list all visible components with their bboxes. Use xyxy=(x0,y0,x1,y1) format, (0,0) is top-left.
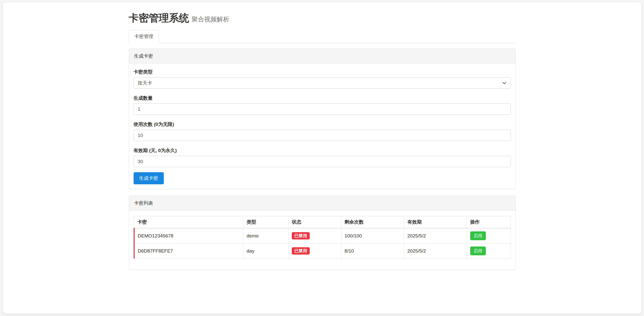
cell-action: 启用 xyxy=(467,228,511,243)
list-panel: 卡密列表 卡密 类型 状态 剩余次数 xyxy=(129,196,516,270)
app-window-card: 卡密管理系统聚合视频解析 卡密管理 生成卡密 卡密类型 按天卡 xyxy=(3,2,642,314)
cell-expiry: 2025/5/2 xyxy=(404,228,467,243)
list-panel-title: 卡密列表 xyxy=(129,196,515,210)
enable-button[interactable]: 启用 xyxy=(470,231,486,240)
generate-panel: 生成卡密 卡密类型 按天卡 xyxy=(129,49,516,189)
cell-action: 启用 xyxy=(467,243,511,259)
header-key: 卡密 xyxy=(134,216,243,228)
field-quantity: 生成数量 xyxy=(134,95,511,115)
header-status: 状态 xyxy=(288,216,341,228)
tab-bar: 卡密管理 xyxy=(129,30,516,43)
enable-button[interactable]: 启用 xyxy=(470,247,486,255)
field-usage-count: 使用次数 (0为无限) xyxy=(134,121,511,141)
cell-status: 已禁用 xyxy=(288,243,341,259)
page-background: 卡密管理系统聚合视频解析 卡密管理 生成卡密 卡密类型 按天卡 xyxy=(0,0,644,316)
list-panel-body: 卡密 类型 状态 剩余次数 有效期 操作 DEMO12345678 xyxy=(129,210,515,270)
table-row: DEMO12345678 demo 已禁用 100/100 2025/5/2 启… xyxy=(134,228,511,243)
cell-type: day xyxy=(243,243,289,259)
field-validity: 有效期 (天, 0为永久) xyxy=(134,148,511,167)
status-badge: 已禁用 xyxy=(292,232,310,239)
page-title-text: 卡密管理系统 xyxy=(129,12,189,23)
page-title: 卡密管理系统聚合视频解析 xyxy=(129,12,516,23)
cell-remaining: 100/100 xyxy=(341,228,404,243)
cell-status: 已禁用 xyxy=(288,228,341,243)
generate-panel-title: 生成卡密 xyxy=(129,49,515,63)
validity-label: 有效期 (天, 0为永久) xyxy=(134,148,511,154)
quantity-label: 生成数量 xyxy=(134,95,511,101)
generate-button[interactable]: 生成卡密 xyxy=(134,172,164,184)
cell-expiry: 2025/5/2 xyxy=(404,243,467,259)
card-type-select[interactable]: 按天卡 xyxy=(134,77,511,89)
status-badge: 已禁用 xyxy=(292,247,310,255)
field-card-type: 卡密类型 按天卡 xyxy=(134,69,511,89)
header-type: 类型 xyxy=(243,216,289,228)
table-header-row: 卡密 类型 状态 剩余次数 有效期 操作 xyxy=(134,216,511,228)
generate-panel-body: 卡密类型 按天卡 生成数量 xyxy=(129,63,515,189)
tab-card-management[interactable]: 卡密管理 xyxy=(129,30,159,43)
usage-count-label: 使用次数 (0为无限) xyxy=(134,121,511,127)
main-container: 卡密管理系统聚合视频解析 卡密管理 生成卡密 卡密类型 按天卡 xyxy=(129,2,516,270)
page-subtitle: 聚合视频解析 xyxy=(192,16,229,23)
header-action: 操作 xyxy=(467,216,511,228)
card-type-select-wrap: 按天卡 xyxy=(134,77,511,89)
cell-type: demo xyxy=(243,228,289,243)
card-type-label: 卡密类型 xyxy=(134,69,511,75)
cell-key: DEMO12345678 xyxy=(134,228,243,243)
header-expiry: 有效期 xyxy=(404,216,467,228)
validity-input[interactable] xyxy=(134,156,511,167)
cell-remaining: 8/10 xyxy=(341,243,404,259)
quantity-input[interactable] xyxy=(134,103,511,115)
header-remaining: 剩余次数 xyxy=(341,216,404,228)
table-row: D6D87FF8EFE7 day 已禁用 8/10 2025/5/2 启用 xyxy=(134,243,511,259)
cell-key: D6D87FF8EFE7 xyxy=(134,243,243,259)
card-key-table: 卡密 类型 状态 剩余次数 有效期 操作 DEMO12345678 xyxy=(134,216,511,259)
usage-count-input[interactable] xyxy=(134,130,511,141)
